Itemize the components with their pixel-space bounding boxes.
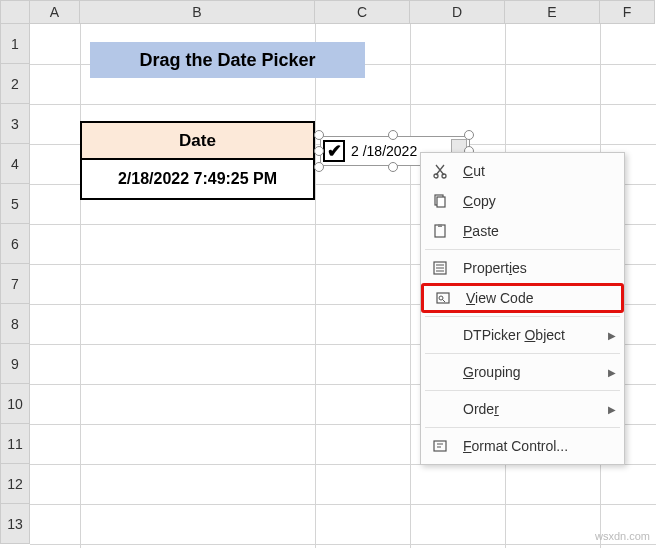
menu-dtpicker-object[interactable]: DTPicker Object ▶ [421,320,624,350]
paste-icon [429,220,451,242]
row-header-13[interactable]: 13 [0,504,30,544]
menu-separator [425,353,620,354]
menu-label: View Code [466,290,597,306]
menu-separator [425,427,620,428]
col-header-C[interactable]: C [315,0,410,24]
menu-label: Copy [463,193,600,209]
menu-format-control[interactable]: Format Control... [421,431,624,461]
col-header-F[interactable]: F [600,0,655,24]
svg-rect-13 [434,441,446,451]
resize-handle[interactable] [388,162,398,172]
menu-label: Paste [463,223,600,239]
menu-label: DTPicker Object [463,327,600,343]
menu-label: Properties [463,260,600,276]
row-header-8[interactable]: 8 [0,304,30,344]
row-header-10[interactable]: 10 [0,384,30,424]
row-header-3[interactable]: 3 [0,104,30,144]
row-header-9[interactable]: 9 [0,344,30,384]
resize-handle[interactable] [314,130,324,140]
column-headers: A B C D E F [0,0,656,24]
blank-icon [429,398,451,420]
menu-separator [425,390,620,391]
spreadsheet-grid: A B C D E F 1 2 3 4 5 6 7 8 9 10 11 12 1… [0,0,656,548]
svg-point-11 [439,296,443,300]
menu-paste[interactable]: Paste [421,216,624,246]
row-header-5[interactable]: 5 [0,184,30,224]
col-header-D[interactable]: D [410,0,505,24]
sheet-title: Drag the Date Picker [90,42,365,78]
menu-view-code[interactable]: View Code [421,283,624,313]
copy-icon [429,190,451,212]
submenu-arrow-icon: ▶ [608,404,616,415]
blank-icon [429,324,451,346]
table-cell-date-value: 2/18/2022 7:49:25 PM [80,160,315,200]
menu-grouping[interactable]: Grouping ▶ [421,357,624,387]
blank-icon [429,361,451,383]
properties-icon [429,257,451,279]
col-header-E[interactable]: E [505,0,600,24]
menu-copy[interactable]: Copy [421,186,624,216]
row-header-4[interactable]: 4 [0,144,30,184]
context-menu: Cut Copy Paste Properties View Code DTPi… [420,152,625,465]
row-header-2[interactable]: 2 [0,64,30,104]
row-header-1[interactable]: 1 [0,24,30,64]
row-header-7[interactable]: 7 [0,264,30,304]
menu-cut[interactable]: Cut [421,156,624,186]
menu-separator [425,249,620,250]
col-header-B[interactable]: B [80,0,315,24]
table-header-date: Date [80,121,315,160]
menu-label: Cut [463,163,600,179]
watermark: wsxdn.com [595,530,650,542]
row-header-12[interactable]: 12 [0,464,30,504]
row-header-11[interactable]: 11 [0,424,30,464]
cut-icon [429,160,451,182]
submenu-arrow-icon: ▶ [608,367,616,378]
menu-label: Format Control... [463,438,600,454]
resize-handle[interactable] [314,162,324,172]
svg-rect-5 [438,224,442,227]
select-all-corner[interactable] [0,0,30,24]
menu-properties[interactable]: Properties [421,253,624,283]
row-headers: 1 2 3 4 5 6 7 8 9 10 11 12 13 [0,24,30,544]
submenu-arrow-icon: ▶ [608,330,616,341]
svg-point-1 [442,174,446,178]
resize-handle[interactable] [388,130,398,140]
format-control-icon [429,435,451,457]
menu-label: Grouping [463,364,600,380]
menu-separator [425,316,620,317]
view-code-icon [432,287,454,309]
svg-point-0 [434,174,438,178]
resize-handle[interactable] [314,146,324,156]
col-header-A[interactable]: A [30,0,80,24]
dtpicker-value: 2 /18/2022 [351,143,417,159]
svg-rect-3 [437,197,445,207]
menu-order[interactable]: Order ▶ [421,394,624,424]
row-header-6[interactable]: 6 [0,224,30,264]
resize-handle[interactable] [464,130,474,140]
menu-label: Order [463,401,600,417]
dtpicker-checkbox[interactable]: ✔ [323,140,345,162]
svg-line-12 [443,300,446,303]
